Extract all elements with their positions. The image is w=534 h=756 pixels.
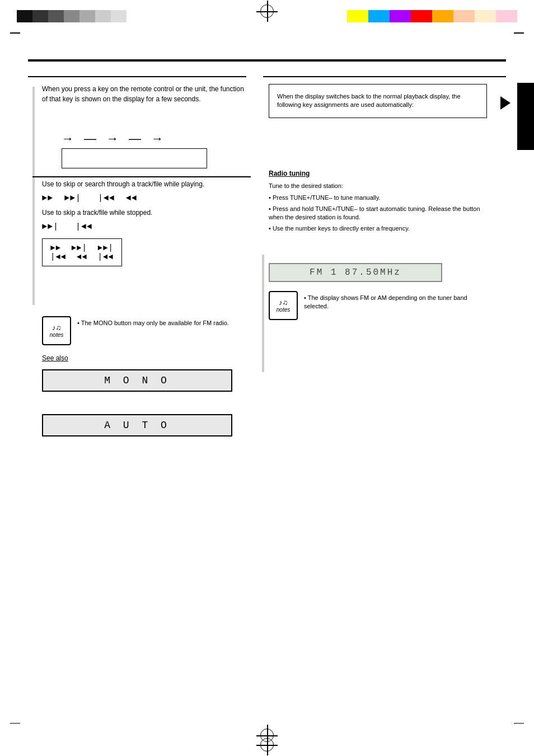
- media-buttons-row2: ►►| |◄◄: [42, 222, 249, 232]
- media-buttons-row1: ►► ►►| |◄◄ ◄◄: [42, 194, 249, 203]
- notes-text-right: • The display shows FM or AM depending o…: [304, 294, 489, 311]
- right-col-divider: [263, 76, 506, 77]
- arrow-diagram-box: [62, 148, 207, 168]
- left-section2: Use to skip or search through a track/fi…: [42, 179, 249, 266]
- grayscale-bar: [17, 10, 127, 22]
- media-buttons-diagram-box: ►► ►►| ►►| |◄◄ ◄◄ |◄◄: [42, 238, 122, 266]
- black-tab: [517, 83, 534, 150]
- radio-tuning-text: Tune to the desired station:: [269, 182, 481, 190]
- radio-tuning-heading-container: Radio tuning: [269, 168, 310, 178]
- color-bar: [347, 10, 517, 22]
- info-box: When the display switches back to the no…: [269, 84, 487, 118]
- notes-icon-left: ♪♫ notes: [42, 316, 71, 345]
- side-mark-left-bottom: [10, 723, 20, 724]
- see-also-label: See also: [42, 354, 68, 362]
- mono-display: M O N O: [42, 369, 232, 392]
- info-box-text: When the display switches back to the no…: [277, 92, 479, 110]
- side-mark-right-bottom: [514, 723, 524, 724]
- skip-track-desc: Use to skip a track/file while stopped.: [42, 208, 249, 218]
- auto-display-container: A U T O: [42, 414, 232, 436]
- vert-bar-left: [32, 87, 35, 305]
- right-section1: When the display switches back to the no…: [269, 84, 487, 125]
- fm-display-container: FM 1 87.50MHz: [269, 263, 442, 282]
- arrow2: —: [84, 132, 96, 146]
- left-col-divider: [28, 76, 246, 77]
- arrow-diagram-container: → — → — →: [62, 132, 241, 168]
- arrow-row: → — → — →: [62, 132, 241, 146]
- arrow5: →: [151, 132, 163, 146]
- vert-bar-right: [262, 255, 264, 372]
- header-thick-line: [28, 59, 506, 62]
- bottom-reg-mark: [260, 729, 274, 742]
- arrow4: —: [129, 132, 141, 146]
- left-section1-text: When you press a key on the remote contr…: [42, 84, 249, 109]
- section-arrow: [500, 96, 510, 110]
- fm-display: FM 1 87.50MHz: [269, 263, 442, 282]
- radio-tuning-body: Tune to the desired station: • Press TUN…: [269, 182, 481, 233]
- diagram-row2: |◄◄ ◄◄ |◄◄: [50, 252, 114, 261]
- skip-search-desc: Use to skip or search through a track/fi…: [42, 179, 249, 189]
- notes-text-left: • The MONO button may only be available …: [77, 319, 245, 327]
- notes-icon-right: ♪♫ notes: [269, 291, 298, 320]
- notes-description-right: • The display shows FM or AM depending o…: [304, 294, 489, 311]
- auto-display: A U T O: [42, 414, 232, 436]
- radio-tune-manual: • Press TUNE+/TUNE– to tune manually.: [269, 194, 481, 202]
- radio-tune-direct: • Use the number keys to directly enter …: [269, 224, 481, 233]
- display-description: When you press a key on the remote contr…: [42, 84, 249, 104]
- radio-tuning-heading: Radio tuning: [269, 170, 310, 177]
- side-mark-left-top: [10, 32, 20, 34]
- radio-tune-auto: • Press and hold TUNE+/TUNE– to start au…: [269, 205, 481, 222]
- page: When you press a key on the remote contr…: [0, 0, 534, 756]
- notes-description-left: • The MONO button may only be available …: [77, 319, 245, 327]
- crosshair-top: [260, 4, 274, 18]
- arrow3: →: [106, 132, 119, 146]
- side-mark-right-top: [514, 32, 524, 34]
- arrow1: →: [62, 132, 74, 146]
- diagram-row1: ►► ►►| ►►|: [50, 243, 114, 252]
- mono-display-container: M O N O: [42, 369, 232, 392]
- left-divider2: [32, 176, 251, 177]
- see-also-left: See also: [42, 353, 68, 363]
